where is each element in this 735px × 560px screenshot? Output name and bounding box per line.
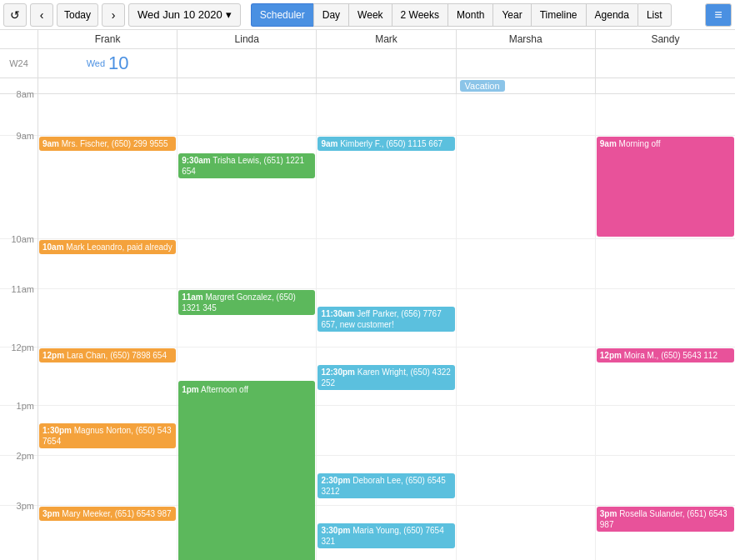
event-frank-3pm[interactable]: 3pm Mary Meeker, (651) 6543 987 [39,507,176,521]
col-marsha-9am [457,136,596,238]
event-frank-9am[interactable]: 9am Mrs. Fischer, (650) 299 9555 [39,137,176,151]
event-sandy-12pm[interactable]: 12pm Moira M., (650) 5643 112 [597,348,734,362]
event-linda-11am[interactable]: 11am Margret Gonzalez, (650) 1321 345 [178,290,315,315]
time-row-2pm: 2pm 2:30pm Deborah Lee, (650) 6545 3212 [0,456,735,506]
col-marsha-2pm [457,456,596,505]
event-frank-12pm[interactable]: 12pm Lara Chan, (650) 7898 654 [39,348,176,362]
col-sandy-8am [596,94,735,135]
vacation-linda [178,78,317,93]
time-grid: 8am 9am 9am Mrs. Fischer, (650) 299 9555… [0,94,735,560]
tab-2weeks[interactable]: 2 Weeks [392,3,448,27]
date-cell-frank: Wed 10 [38,49,178,78]
tab-list[interactable]: List [638,3,672,27]
time-label-1pm: 1pm [0,401,38,455]
event-sandy-9am[interactable]: 9am Morning off [597,137,734,237]
week-number: W24 [0,49,38,78]
view-tabs: Scheduler Day Week 2 Weeks Month Year Ti… [251,3,672,27]
time-row-12pm: 12pm 12pm Lara Chan, (650) 7898 654 1pm … [0,348,735,406]
col-linda-12pm: 1pm Afternoon off [178,348,317,405]
menu-button[interactable]: ≡ [705,3,732,27]
time-row-3pm: 3pm 3pm Mary Meeker, (651) 6543 987 3:30… [0,506,735,560]
event-mark-1130am[interactable]: 11:30am Jeff Parker, (656) 7767 657, new… [318,307,454,332]
event-linda-930am[interactable]: 9:30am Trisha Lewis, (651) 1221 654 [178,153,315,178]
tab-scheduler[interactable]: Scheduler [251,3,313,27]
col-mark-10am [317,239,456,288]
staff-mark: Mark [317,30,456,48]
col-frank-10am: 10am Mark Leoandro, paid already [38,239,178,288]
date-day-label: Wed [87,58,105,68]
col-mark-9am: 9am Kimberly F., (650) 1115 667 [317,136,456,238]
event-mark-9am[interactable]: 9am Kimberly F., (650) 1115 667 [318,137,454,151]
dropdown-icon: ▾ [226,8,232,21]
calendar: Frank Linda Mark Marsha Sandy W24 Wed 10… [0,30,735,560]
col-sandy-9am: 9am Morning off [596,136,735,238]
col-frank-9am: 9am Mrs. Fischer, (650) 299 9555 [38,136,178,238]
col-frank-1pm: 1:30pm Magnus Norton, (650) 543 7654 [38,406,178,455]
col-marsha-8am [457,94,596,135]
event-mark-230pm[interactable]: 2:30pm Deborah Lee, (650) 6545 3212 [318,473,454,498]
staff-header: Frank Linda Mark Marsha Sandy [0,30,735,49]
col-mark-8am [317,94,456,135]
col-mark-12pm: 12:30pm Karen Wright, (650) 4322 252 [317,348,456,405]
col-marsha-10am [457,239,596,288]
col-frank-3pm: 3pm Mary Meeker, (651) 6543 987 [38,506,178,560]
vacation-sandy [596,78,735,93]
col-linda-8am [178,94,317,135]
col-linda-11am: 11am Margret Gonzalez, (650) 1321 345 [178,289,317,347]
vacation-row: Vacation [0,78,735,94]
date-cell-linda [178,49,317,78]
time-label-9am: 9am [0,131,38,238]
vacation-marsha: Vacation [457,78,596,93]
vacation-mark [317,78,456,93]
col-sandy-12pm: 12pm Moira M., (650) 5643 112 [596,348,735,405]
col-marsha-3pm [457,506,596,560]
col-linda-10am [178,239,317,288]
event-mark-1230pm[interactable]: 12:30pm Karen Wright, (650) 4322 252 [318,365,454,390]
col-frank-2pm [38,456,178,505]
date-cell-mark [317,49,456,78]
event-linda-afternoon-off[interactable]: 1pm Afternoon off [178,381,315,560]
time-label-11am: 11am [0,284,38,347]
event-sandy-3pm[interactable]: 3pm Rosella Sulander, (651) 6543 987 [597,507,734,532]
time-row-1pm: 1pm 1:30pm Magnus Norton, (650) 543 7654 [0,406,735,456]
event-frank-10am[interactable]: 10am Mark Leoandro, paid already [39,240,176,254]
date-row: W24 Wed 10 [0,49,735,78]
date-cell-marsha [457,49,596,78]
refresh-button[interactable]: ↺ [3,3,27,27]
time-row-8am: 8am [0,94,735,136]
staff-linda: Linda [178,30,317,48]
staff-sandy: Sandy [596,30,735,48]
col-sandy-10am [596,239,735,288]
date-cell-sandy [596,49,735,78]
vacation-badge: Vacation [460,80,505,92]
tab-day[interactable]: Day [313,3,348,27]
current-date-button[interactable]: Wed Jun 10 2020 ▾ [128,3,241,27]
tab-timeline[interactable]: Timeline [531,3,586,27]
next-button[interactable]: › [102,3,125,27]
col-linda-9am: 9:30am Trisha Lewis, (651) 1221 654 [178,136,317,238]
staff-marsha: Marsha [457,30,596,48]
time-label-10am: 10am [0,234,38,288]
event-mark-330pm[interactable]: 3:30pm Maria Young, (650) 7654 321 [318,523,454,548]
time-label-3pm: 3pm [0,501,38,560]
col-sandy-2pm [596,456,735,505]
tab-year[interactable]: Year [492,3,530,27]
col-sandy-11am [596,289,735,347]
tab-week[interactable]: Week [348,3,391,27]
col-sandy-1pm [596,406,735,455]
col-marsha-1pm [457,406,596,455]
col-mark-3pm: 3:30pm Maria Young, (650) 7654 321 [317,506,456,560]
today-button[interactable]: Today [57,3,98,27]
event-frank-130pm[interactable]: 1:30pm Magnus Norton, (650) 543 7654 [39,423,176,448]
time-label-8am: 8am [0,89,38,135]
prev-button[interactable]: ‹ [30,3,53,27]
time-row-11am: 11am 11am Margret Gonzalez, (650) 1321 3… [0,289,735,348]
tab-month[interactable]: Month [448,3,492,27]
col-mark-2pm: 2:30pm Deborah Lee, (650) 6545 3212 [317,456,456,505]
week-label-header [0,30,38,48]
staff-frank: Frank [38,30,178,48]
time-label-2pm: 2pm [0,451,38,505]
tab-agenda[interactable]: Agenda [586,3,638,27]
time-label-12pm: 12pm [0,342,38,405]
col-mark-11am: 11:30am Jeff Parker, (656) 7767 657, new… [317,289,456,347]
